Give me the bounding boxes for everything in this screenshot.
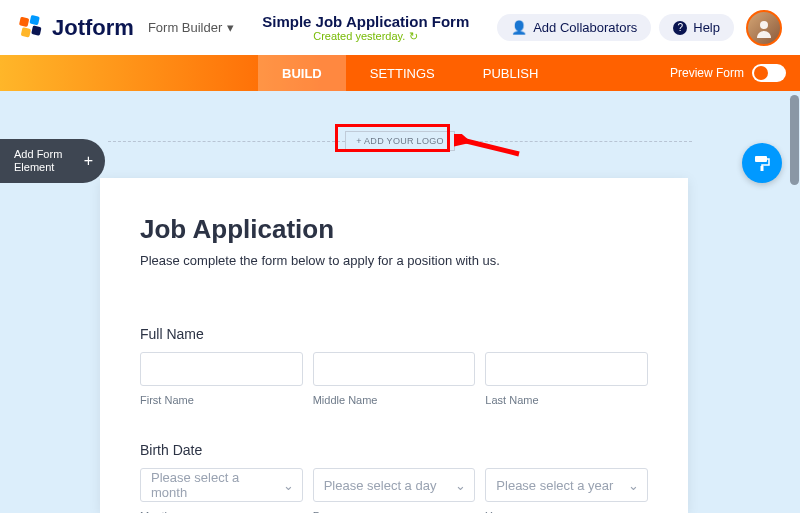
fullname-label: Full Name [140,326,648,342]
svg-rect-2 [21,27,31,37]
plus-icon: + [82,151,95,171]
add-logo-button[interactable]: + ADD YOUR LOGO [345,131,455,151]
jotform-logo-icon [18,14,46,42]
refresh-icon[interactable]: ↻ [409,30,418,43]
form-title[interactable]: Simple Job Application Form [234,13,497,30]
preview-label: Preview Form [670,66,744,80]
form-designer-button[interactable] [742,143,782,183]
logo-strip: + ADD YOUR LOGO [108,131,692,151]
tab-settings[interactable]: SETTINGS [346,55,459,91]
paint-roller-icon [752,153,772,173]
form-meta: Created yesterday. ↻ [234,30,497,43]
svg-rect-5 [755,156,767,162]
first-name-sublabel: First Name [140,394,303,406]
tab-build[interactable]: BUILD [258,55,346,91]
birth-month-select[interactable]: Please select a month ⌄ [140,468,303,502]
field-birthdate: Birth Date Please select a month ⌄ Month… [140,442,648,513]
preview-form-toggle-wrap: Preview Form [656,55,800,91]
form-heading[interactable]: Job Application [140,214,648,245]
avatar-person-icon [754,18,774,38]
avatar[interactable] [746,10,782,46]
form-subheading[interactable]: Please complete the form below to apply … [140,253,648,268]
tab-publish[interactable]: PUBLISH [459,55,563,91]
form-builder-dropdown[interactable]: Form Builder ▾ [148,20,234,35]
preview-toggle[interactable] [752,64,786,82]
help-button[interactable]: ? Help [659,14,734,41]
field-fullname: Full Name First Name Middle Name Last Na… [140,326,648,406]
last-name-sublabel: Last Name [485,394,648,406]
person-icon: 👤 [511,20,527,35]
svg-point-4 [760,21,768,29]
chevron-down-icon: ▾ [227,20,234,35]
tabbar: BUILD SETTINGS PUBLISH Preview Form [0,55,800,91]
help-icon: ? [673,21,687,35]
title-block: Simple Job Application Form Created yest… [234,13,497,43]
svg-rect-6 [761,166,764,171]
last-name-input[interactable] [485,352,648,386]
form-builder-label: Form Builder [148,20,222,35]
middle-name-input[interactable] [313,352,476,386]
scrollbar[interactable] [790,95,799,185]
birthdate-label: Birth Date [140,442,648,458]
chevron-down-icon: ⌄ [283,478,294,493]
svg-rect-0 [19,16,29,26]
add-collaborators-button[interactable]: 👤 Add Collaborators [497,14,651,41]
chevron-down-icon: ⌄ [455,478,466,493]
topbar: Jotform Form Builder ▾ Simple Job Applic… [0,0,800,55]
birth-day-select[interactable]: Please select a day ⌄ [313,468,476,502]
workspace: Add Form Element + + ADD YOUR LOGO Job A… [0,91,800,513]
birth-year-select[interactable]: Please select a year ⌄ [485,468,648,502]
brand-name: Jotform [52,15,134,41]
brand-logo[interactable]: Jotform [18,14,134,42]
add-form-element-button[interactable]: Add Form Element + [0,139,105,183]
first-name-input[interactable] [140,352,303,386]
chevron-down-icon: ⌄ [628,478,639,493]
form-canvas: Job Application Please complete the form… [100,178,688,513]
svg-rect-1 [29,14,39,24]
middle-name-sublabel: Middle Name [313,394,476,406]
svg-rect-3 [31,25,41,35]
